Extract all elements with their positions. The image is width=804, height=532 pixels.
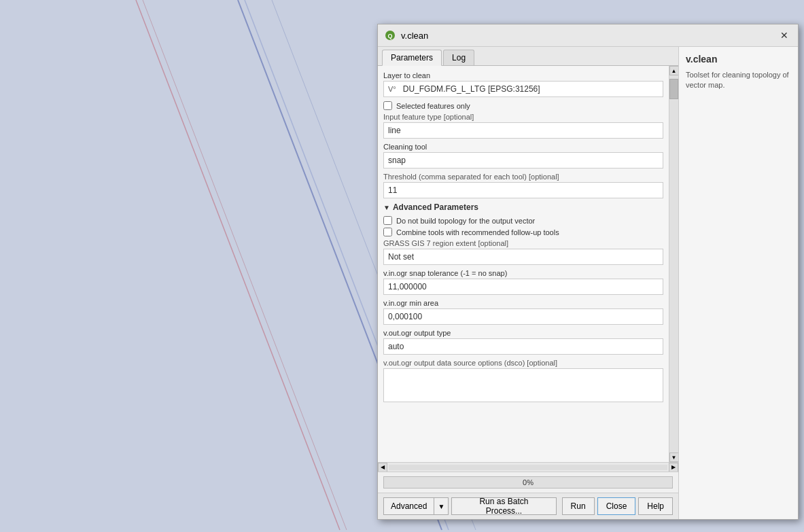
- params-content: Layer to clean V° DU_FGDM.FG_L_LTG [EPSG…: [378, 66, 669, 462]
- checkbox2-row: Combine tools with recommended follow-up…: [383, 228, 663, 236]
- hscroll-track[interactable]: [389, 465, 667, 470]
- snap-tolerance-label: v.in.ogr snap tolerance (-1 = no snap): [383, 269, 663, 277]
- layer-field-group: Layer to clean V° DU_FGDM.FG_L_LTG [EPSG…: [383, 71, 663, 97]
- snap-tolerance-group: v.in.ogr snap tolerance (-1 = no snap): [383, 269, 663, 295]
- advanced-button[interactable]: Advanced: [383, 497, 434, 515]
- threshold-input[interactable]: [383, 182, 663, 198]
- scroll-thumb[interactable]: [669, 79, 678, 99]
- no-topology-checkbox[interactable]: [383, 216, 392, 225]
- close-button[interactable]: ✕: [777, 29, 791, 42]
- min-area-group: v.in.ogr min area: [383, 299, 663, 325]
- selected-features-label: Selected features only: [396, 102, 470, 110]
- help-button[interactable]: Help: [638, 497, 673, 515]
- cleaning-tool-input[interactable]: [383, 152, 663, 169]
- output-type-input[interactable]: [383, 338, 663, 355]
- checkbox1-row: Do not build topology for the output vec…: [383, 216, 663, 225]
- hscroll-right-button[interactable]: ▶: [669, 463, 678, 472]
- help-panel: v.clean Toolset for cleaning topology of…: [679, 47, 798, 519]
- min-area-label: v.in.ogr min area: [383, 299, 663, 307]
- tab-parameters[interactable]: Parameters: [382, 50, 442, 66]
- combine-tools-checkbox[interactable]: [383, 228, 392, 236]
- cleaning-tool-label: Cleaning tool: [383, 143, 663, 151]
- advanced-button-group: Advanced ▼: [383, 497, 449, 515]
- output-type-group: v.out.ogr output type: [383, 329, 663, 355]
- layer-value: DU_FGDM.FG_L_LTG [EPSG:31256]: [400, 84, 663, 94]
- scroll-up-button[interactable]: ▲: [669, 66, 679, 75]
- selected-features-row: Selected features only: [383, 101, 663, 110]
- input-feature-label: Input feature type [optional]: [383, 113, 663, 121]
- cleaning-tool-group: Cleaning tool: [383, 143, 663, 169]
- advanced-section-title: Advanced Parameters: [393, 202, 478, 212]
- horizontal-scrollbar[interactable]: ◀ ▶: [378, 462, 678, 472]
- checkbox2-label: Combine tools with recommended follow-up…: [396, 228, 559, 236]
- input-feature-group: Input feature type [optional]: [383, 113, 663, 139]
- scroll-down-button[interactable]: ▼: [669, 453, 679, 462]
- main-panel: Parameters Log Layer to clean V° DU_FGDM…: [378, 47, 679, 519]
- layer-vector-icon: V°: [384, 84, 400, 94]
- selected-features-checkbox[interactable]: [383, 101, 392, 110]
- layer-label: Layer to clean: [383, 71, 663, 79]
- help-text: Toolset for cleaning topology of vector …: [686, 70, 791, 91]
- vclean-dialog: Q v.clean ✕ Parameters Log Layer to clea…: [377, 24, 799, 520]
- advanced-header: ▼ Advanced Parameters: [383, 202, 663, 212]
- dialog-footer: Advanced ▼ Run as Batch Process... Run C…: [378, 493, 678, 519]
- snap-tolerance-input[interactable]: [383, 279, 663, 295]
- progress-area: 0%: [378, 472, 678, 493]
- params-scroll-container: Layer to clean V° DU_FGDM.FG_L_LTG [EPSG…: [378, 66, 678, 462]
- close-dialog-button[interactable]: Close: [597, 497, 636, 515]
- vertical-scrollbar[interactable]: ▲ ▼: [669, 66, 678, 462]
- progress-text: 0%: [523, 478, 534, 486]
- checkbox1-label: Do not build topology for the output vec…: [396, 217, 535, 225]
- grass-region-input[interactable]: [383, 249, 663, 265]
- threshold-group: Threshold (comma separated for each tool…: [383, 173, 663, 198]
- run-button[interactable]: Run: [562, 497, 595, 515]
- input-feature-input[interactable]: [383, 122, 663, 139]
- scroll-track[interactable]: [669, 75, 678, 453]
- advanced-parameters-section: ▼ Advanced Parameters Do not build topol…: [383, 202, 663, 404]
- tab-bar: Parameters Log: [378, 47, 678, 66]
- advanced-dropdown-button[interactable]: ▼: [434, 497, 449, 515]
- dialog-title: v.clean: [401, 31, 772, 41]
- dsco-group: v.out.ogr output data source options (ds…: [383, 359, 663, 404]
- threshold-label: Threshold (comma separated for each tool…: [383, 173, 663, 181]
- qgis-icon: Q: [385, 30, 396, 41]
- dialog-body: Parameters Log Layer to clean V° DU_FGDM…: [378, 47, 798, 519]
- help-title: v.clean: [686, 54, 791, 65]
- grass-region-group: GRASS GIS 7 region extent [optional]: [383, 239, 663, 265]
- progress-bar-container: 0%: [383, 476, 673, 489]
- tab-log[interactable]: Log: [443, 50, 474, 65]
- dsco-label: v.out.ogr output data source options (ds…: [383, 359, 663, 367]
- batch-process-button[interactable]: Run as Batch Process...: [451, 497, 556, 515]
- grass-region-label: GRASS GIS 7 region extent [optional]: [383, 239, 663, 247]
- collapse-icon[interactable]: ▼: [383, 204, 390, 211]
- svg-text:Q: Q: [387, 33, 392, 39]
- output-type-label: v.out.ogr output type: [383, 329, 663, 337]
- min-area-input[interactable]: [383, 308, 663, 325]
- layer-input-wrapper[interactable]: V° DU_FGDM.FG_L_LTG [EPSG:31256]: [383, 81, 663, 97]
- hscroll-left-button[interactable]: ◀: [378, 463, 387, 472]
- dsco-textarea[interactable]: [383, 368, 663, 402]
- dialog-titlebar: Q v.clean ✕: [378, 24, 798, 47]
